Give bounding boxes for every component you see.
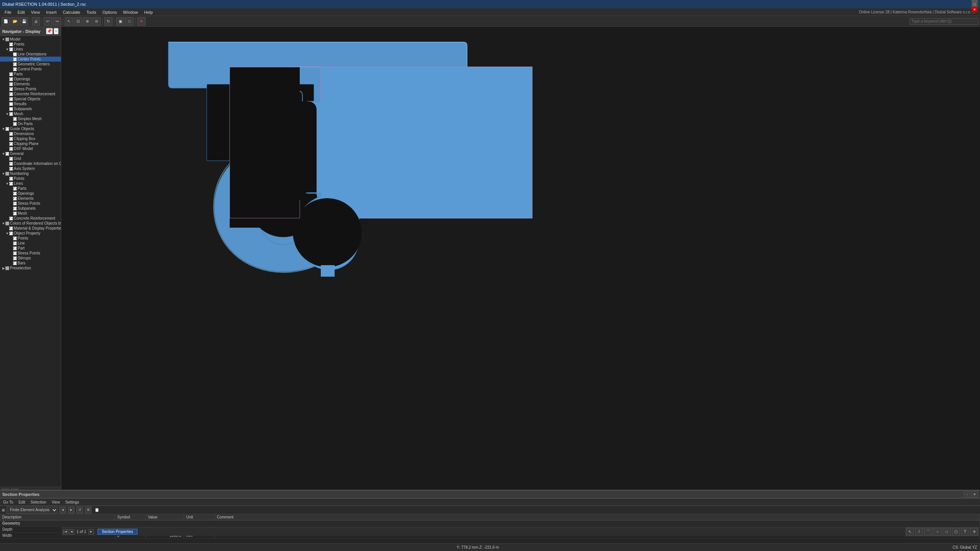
tree-item-general[interactable]: ▼ ✓ General	[0, 151, 61, 156]
menu-options[interactable]: Options	[99, 9, 120, 15]
checkbox-no[interactable]: ✓	[13, 192, 17, 196]
open-button[interactable]: 📂	[11, 17, 19, 26]
checkbox-dim[interactable]: ✓	[9, 132, 13, 136]
rotate-view-button[interactable]: ↻	[104, 17, 113, 26]
draw-circle-button[interactable]: ○	[933, 528, 942, 536]
tree-item-on-parts[interactable]: ✓ On Parts	[0, 121, 61, 126]
draw-rect-button[interactable]: □	[942, 528, 951, 536]
checkbox-num[interactable]	[5, 172, 9, 176]
props-expand-button[interactable]: ↑	[964, 491, 970, 497]
tree-item-mesh[interactable]: ▼ ✓ Mesh	[0, 111, 61, 116]
checkbox-subpanels[interactable]	[9, 107, 13, 111]
menu-edit[interactable]: Edit	[15, 9, 28, 15]
checkbox-axis[interactable]: ✓	[9, 167, 13, 171]
tree-item-n-points[interactable]: ✓ Points	[0, 176, 61, 181]
tree-item-subpanels[interactable]: Subpanels	[0, 106, 61, 111]
menu-help[interactable]: Help	[141, 9, 156, 15]
tree-item-openings[interactable]: ✓ Openings	[0, 77, 61, 82]
checkbox-points[interactable]: ✓	[9, 42, 13, 46]
tree-item-model[interactable]: ▼ Model	[0, 37, 61, 42]
checkbox-sm[interactable]: ✓	[13, 117, 17, 121]
tree-item-coord-cursor[interactable]: ✓ Coordinate Information on Cursor	[0, 161, 61, 166]
menu-file[interactable]: File	[2, 9, 15, 15]
tree-item-n-lines[interactable]: ▼ ✓ Lines	[0, 181, 61, 186]
analysis-type-select[interactable]: Finite Element Analysis Thin-Walled Mode…	[7, 507, 58, 514]
checkbox-mesh[interactable]: ✓	[9, 112, 13, 116]
checkbox-lines[interactable]: ✓	[9, 47, 13, 51]
page-first-button[interactable]: |◄	[63, 529, 68, 535]
nav-goto[interactable]: Go To	[2, 500, 15, 504]
tree-item-control-points[interactable]: ✓ Control Points	[0, 67, 61, 72]
tree-item-preselection[interactable]: ▶ Preselection	[0, 266, 61, 271]
menu-view[interactable]: View	[28, 9, 43, 15]
checkbox-md[interactable]: ✓	[9, 227, 13, 230]
tree-item-stress-points[interactable]: ✓ Stress Points	[0, 86, 61, 91]
checkbox-nsub[interactable]: ✓	[13, 207, 17, 210]
zoom-fit-button[interactable]: ⊡	[74, 17, 82, 26]
checkbox-sp[interactable]: ✓	[9, 87, 13, 91]
checkbox-gc[interactable]: ✓	[13, 62, 17, 66]
checkbox-grid[interactable]: ✓	[9, 157, 13, 161]
checkbox-ostir[interactable]: ✓	[13, 256, 17, 260]
checkbox-cr[interactable]: ✓	[9, 92, 13, 96]
checkbox-model[interactable]	[5, 37, 9, 41]
tree-item-simplex-mesh[interactable]: ✓ Simplex Mesh	[0, 116, 61, 121]
checkbox-np[interactable]: ✓	[9, 177, 13, 181]
checkbox-obars[interactable]: ✓	[13, 261, 17, 265]
tree-item-n-mesh[interactable]: ✓ Mesh	[0, 211, 61, 216]
checkbox-nc[interactable]: ✓	[9, 217, 13, 220]
tree-item-center-points[interactable]: ✓ Center Points	[0, 57, 61, 62]
tree-item-n-subpanels[interactable]: ✓ Subpanels	[0, 206, 61, 211]
tree-item-o-stress-points[interactable]: ✓ Stress Points	[0, 251, 61, 256]
checkbox-opart[interactable]: ✓	[13, 246, 17, 250]
page-next-button[interactable]: ►	[88, 529, 94, 535]
checkbox-ne[interactable]: ✓	[13, 197, 17, 201]
tree-item-axis-system[interactable]: ✓ Axis System	[0, 166, 61, 171]
analysis-next-btn[interactable]: ►	[68, 507, 75, 514]
tree-item-o-line[interactable]: ✓ Line	[0, 241, 61, 246]
search-input[interactable]	[910, 18, 978, 25]
navigator-pin-button[interactable]: 📌	[46, 28, 53, 34]
tree-item-parts[interactable]: ✓ Parts	[0, 72, 61, 77]
tree-item-line-orientations[interactable]: Line Orientations	[0, 52, 61, 57]
tree-item-o-points[interactable]: ✓ Points	[0, 236, 61, 241]
checkbox-op[interactable]: ✓	[13, 122, 17, 126]
tree-item-n-elements[interactable]: ✓ Elements	[0, 196, 61, 201]
tree-item-points[interactable]: ✓ Points	[0, 42, 61, 47]
tree-item-object-property[interactable]: ▼ ✓ Object Property	[0, 231, 61, 236]
tree-item-elements[interactable]: ✓ Elements	[0, 82, 61, 86]
tree-item-n-openings[interactable]: ✓ Openings	[0, 191, 61, 196]
tree-item-concrete-reinforcement[interactable]: ✓ Concrete Reinforcement	[0, 91, 61, 96]
checkbox-nsp[interactable]: ✓	[13, 202, 17, 205]
checkbox-pre[interactable]	[5, 266, 9, 270]
checkbox-gen[interactable]: ✓	[5, 152, 9, 156]
undo-button[interactable]: ↩	[44, 17, 52, 26]
tree-item-o-part[interactable]: ✓ Part	[0, 246, 61, 251]
tree-item-guide-objects[interactable]: ▼ ✓ Guide Objects	[0, 126, 61, 131]
analysis-prev-btn[interactable]: ◄	[59, 507, 66, 514]
nav-edit[interactable]: Edit	[17, 500, 27, 504]
analysis-settings-btn[interactable]: ⚙	[85, 507, 91, 514]
tree-item-dimensions[interactable]: ✓ Dimensions	[0, 131, 61, 136]
menu-tools[interactable]: Tools	[83, 9, 100, 15]
tree-item-dxf-model[interactable]: ✓ DXF Model	[0, 146, 61, 151]
checkbox-parts[interactable]: ✓	[9, 72, 13, 76]
tree-item-n-parts[interactable]: ✓ Parts	[0, 186, 61, 191]
navigator-close-button[interactable]: ✕	[54, 28, 59, 34]
checkbox-cb[interactable]: ✓	[9, 137, 13, 141]
tree-item-lines[interactable]: ▼ ✓ Lines	[0, 47, 61, 52]
canvas-viewport[interactable]: Y: 778.2 mm Z: -231.6 m	[61, 27, 980, 497]
checkbox-results[interactable]	[9, 102, 13, 106]
checkbox-dxf[interactable]: ✓	[9, 147, 13, 151]
tree-item-n-stress-points[interactable]: ✓ Stress Points	[0, 201, 61, 206]
tree-item-results[interactable]: Results	[0, 101, 61, 106]
maximize-button[interactable]: □	[972, 2, 978, 7]
nav-selection[interactable]: Selection	[29, 500, 48, 504]
draw-text-button[interactable]: T	[961, 528, 969, 536]
nav-settings[interactable]: Settings	[64, 500, 80, 504]
tree-item-material-display[interactable]: ✓ Material & Display Properties	[0, 226, 61, 231]
new-button[interactable]: 📄	[2, 17, 10, 26]
draw-polygon-button[interactable]: ⬡	[952, 528, 960, 536]
menu-calculate[interactable]: Calculate	[60, 9, 83, 15]
tree-item-grid[interactable]: ✓ Grid	[0, 156, 61, 161]
